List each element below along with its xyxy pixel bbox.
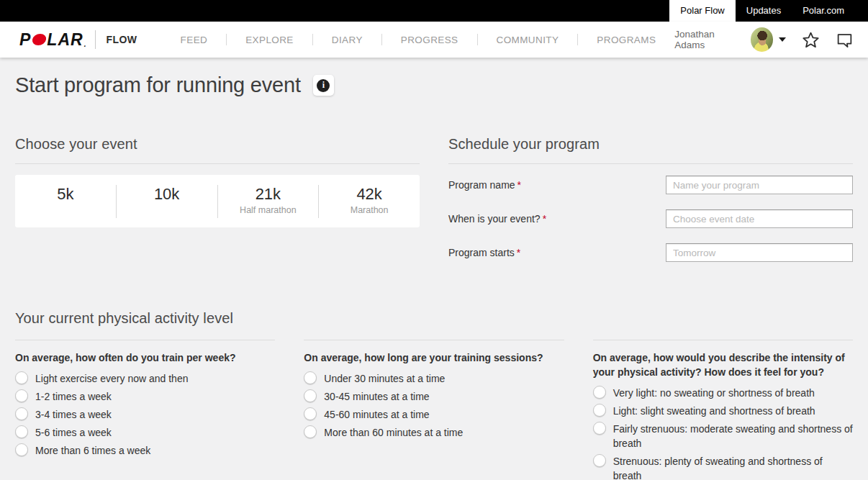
program-name-input[interactable] [666, 176, 853, 194]
radio-button-icon[interactable] [304, 371, 317, 384]
event-distance: 10k [117, 185, 217, 204]
radio-option-strenuous[interactable]: Strenuous: plenty of sweating and shortn… [593, 454, 853, 480]
user-name[interactable]: Jonathan Adams [674, 29, 741, 50]
nav-item-progress[interactable]: PROGRESS [382, 35, 477, 45]
event-option-21k[interactable]: 21k Half marathon [218, 175, 319, 227]
radio-option-5-6-times[interactable]: 5-6 times a week [15, 425, 275, 440]
radio-option-3-4-times[interactable]: 3-4 times a week [15, 407, 275, 422]
radio-option-under-30[interactable]: Under 30 minutes at a time [304, 371, 564, 386]
radio-button-icon[interactable] [593, 386, 606, 399]
option-label: Light: slight sweating and shortness of … [613, 404, 815, 418]
event-option-10k[interactable]: 10k [117, 175, 217, 227]
radio-option-more-than-6[interactable]: More than 6 times a week [15, 443, 275, 458]
program-starts-input[interactable] [666, 243, 853, 262]
choose-event-section: Choose your event 5k 10k 21k Half marath… [15, 136, 420, 277]
event-date-label: When is your event?* [448, 213, 666, 225]
question-duration-column: On average, how long are your training s… [304, 340, 564, 480]
option-label: 45-60 minutes at a time [324, 407, 429, 422]
radio-button-icon[interactable] [593, 454, 606, 467]
chevron-down-icon[interactable] [779, 37, 786, 42]
program-name-label: Program name* [448, 179, 666, 191]
question-text: On average, how would you describe the i… [593, 350, 853, 379]
event-selector-card: 5k 10k 21k Half marathon 42k Marathon [15, 175, 420, 227]
radio-button-icon[interactable] [15, 389, 28, 402]
choose-event-title: Choose your event [15, 136, 420, 153]
polar-logo[interactable]: P LAR . [19, 30, 86, 50]
event-distance: 42k [319, 185, 420, 204]
label-text: Program starts [448, 247, 515, 258]
radio-button-icon[interactable] [593, 404, 606, 417]
event-option-42k[interactable]: 42k Marathon [319, 175, 420, 227]
page-content: Start program for running event i Choose… [0, 58, 868, 480]
nav-item-community[interactable]: COMMUNITY [478, 35, 578, 45]
option-label: More than 60 minutes at a time [324, 425, 463, 440]
polar-logo-red-o [32, 34, 48, 45]
radio-option-45-60[interactable]: 45-60 minutes at a time [304, 407, 564, 422]
option-label: 1-2 times a week [35, 389, 112, 404]
option-label: Under 30 minutes at a time [324, 371, 445, 386]
event-distance: 5k [15, 185, 116, 204]
column-divider [15, 340, 275, 340]
radio-option-more-than-60[interactable]: More than 60 minutes at a time [304, 425, 564, 440]
option-label: Strenuous: plenty of sweating and shortn… [613, 454, 853, 480]
event-date-input[interactable] [666, 209, 853, 228]
topbar-tab-polar-flow[interactable]: Polar Flow [669, 0, 735, 22]
column-divider [593, 340, 853, 340]
avatar[interactable] [751, 27, 774, 52]
main-navbar: P LAR . FLOW FEED EXPLORE DIARY PROGRESS… [0, 22, 868, 58]
polar-logo-text-right: LAR [47, 30, 83, 50]
radio-button-icon[interactable] [304, 407, 317, 420]
question-intensity-column: On average, how would you describe the i… [593, 340, 853, 480]
radio-button-icon[interactable] [15, 425, 28, 438]
radio-button-icon[interactable] [593, 422, 606, 435]
option-label: More than 6 times a week [35, 443, 150, 458]
info-icon: i [317, 79, 330, 92]
event-date-row: When is your event?* [448, 209, 853, 228]
event-sublabel: Half marathon [218, 205, 319, 215]
nav-item-feed[interactable]: FEED [162, 35, 227, 45]
required-asterisk: * [543, 213, 546, 225]
radio-button-icon[interactable] [304, 425, 317, 438]
radio-option-very-light[interactable]: Very light: no sweating or shortness of … [593, 386, 853, 400]
messages-icon[interactable] [836, 31, 854, 49]
topbar-tab-updates[interactable]: Updates [736, 0, 792, 22]
activity-level-title: Your current physical activity level [15, 310, 853, 327]
favorites-star-icon[interactable] [802, 31, 820, 49]
nav-menu: FEED EXPLORE DIARY PROGRESS COMMUNITY PR… [162, 34, 675, 45]
polar-logo-registered-mark: . [84, 40, 87, 48]
schedule-title: Schedule your program [448, 136, 853, 153]
required-asterisk: * [517, 179, 521, 191]
option-label: Fairly strenuous: moderate sweating and … [613, 422, 853, 450]
radio-button-icon[interactable] [15, 443, 28, 456]
radio-option-light[interactable]: Light: slight sweating and shortness of … [593, 404, 853, 418]
option-label: Very light: no sweating or shortness of … [613, 386, 815, 400]
option-label: Light exercise every now and then [35, 371, 188, 386]
radio-button-icon[interactable] [304, 389, 317, 402]
label-text: Program name [448, 179, 515, 191]
nav-item-flow-active[interactable]: FLOW [106, 34, 137, 45]
radio-option-light-exercise[interactable]: Light exercise every now and then [15, 371, 275, 386]
radio-button-icon[interactable] [15, 371, 28, 384]
label-text: When is your event? [448, 213, 541, 225]
nav-item-programs[interactable]: PROGRAMS [578, 35, 674, 45]
option-label: 30-45 minutes at a time [324, 389, 429, 404]
topbar-tab-polar-com[interactable]: Polar.com [792, 0, 855, 22]
nav-item-diary[interactable]: DIARY [313, 35, 381, 45]
radio-option-1-2-times[interactable]: 1-2 times a week [15, 389, 275, 404]
schedule-section: Schedule your program Program name* When… [448, 136, 853, 277]
section-divider [15, 163, 420, 164]
nav-user-area: Jonathan Adams [674, 27, 854, 52]
radio-button-icon[interactable] [15, 407, 28, 420]
title-row: Start program for running event i [15, 58, 853, 97]
radio-option-fairly-strenuous[interactable]: Fairly strenuous: moderate sweating and … [593, 422, 853, 450]
info-button[interactable]: i [313, 75, 334, 96]
radio-option-30-45[interactable]: 30-45 minutes at a time [304, 389, 564, 404]
page-title: Start program for running event [15, 73, 301, 97]
nav-item-explore[interactable]: EXPLORE [227, 35, 312, 45]
question-text: On average, how often do you train per w… [15, 350, 275, 365]
question-text: On average, how long are your training s… [304, 350, 564, 365]
event-distance: 21k [218, 185, 319, 204]
program-name-row: Program name* [448, 176, 853, 194]
event-option-5k[interactable]: 5k [15, 175, 116, 227]
column-divider [304, 340, 564, 340]
